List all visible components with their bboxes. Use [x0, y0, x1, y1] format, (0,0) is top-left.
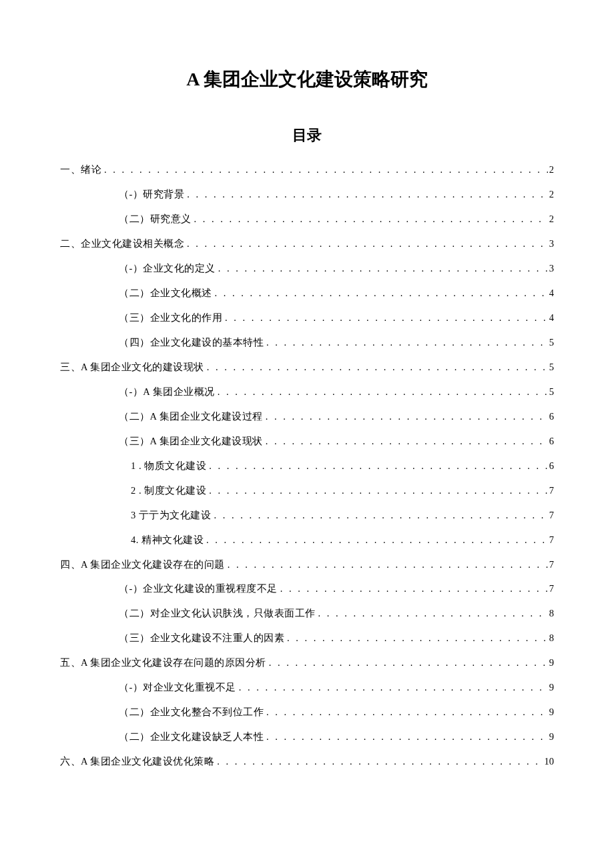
toc-leader-dots — [101, 157, 548, 182]
toc-leader-dots — [278, 576, 548, 601]
toc-entry-page: 9 — [548, 725, 554, 749]
toc-entry-page: 7 — [548, 576, 554, 601]
toc-entry-page: 4 — [548, 281, 554, 306]
toc-entry-page: 10 — [543, 749, 555, 774]
toc-entry-label: （二）企业文化整合不到位工作 — [119, 700, 264, 725]
toc-entry-label: （-）企业文化的定义 — [119, 256, 216, 281]
toc-entry-page: 3 — [548, 256, 554, 281]
toc-leader-dots — [204, 355, 548, 380]
toc-entry-page: 7 — [548, 528, 554, 552]
toc-entry: （-）对企业文化重视不足9 — [60, 675, 554, 700]
toc-leader-dots — [204, 528, 548, 552]
toc-entry-page: 7 — [548, 552, 554, 577]
toc-entry: 六、A 集团企业文化建设优化策略10 — [60, 749, 554, 774]
toc-entry: 3 亍亍为文化建设7 — [60, 503, 554, 528]
toc-entry-label: （-）研究背景 — [119, 182, 184, 207]
toc-leader-dots — [264, 725, 548, 749]
toc-entry-label: （四）企业文化建设的基本特性 — [119, 330, 264, 355]
toc-entry-label: （三）企业文化的作用 — [119, 306, 222, 330]
toc-leader-dots — [206, 454, 548, 478]
toc-entry-label: （二）A 集团企业文化建设过程 — [119, 404, 263, 429]
toc-entry: （三）企业文化的作用4 — [60, 306, 554, 330]
toc-entry-label: 4. 精神文化建设 — [131, 528, 204, 552]
toc-entry: （二）A 集团企业文化建设过程6 — [60, 404, 554, 429]
document-title: A 集团企业文化建设策略研究 — [60, 67, 554, 92]
table-of-contents: 一、绪论2（-）研究背景2（二）研究意义2二、企业文化建设相关概念3（-）企业文… — [60, 157, 554, 774]
toc-entry-label: （-）对企业文化重视不足 — [119, 675, 236, 700]
toc-entry-label: 二、企业文化建设相关概念 — [60, 232, 184, 256]
toc-leader-dots — [214, 749, 543, 774]
toc-entry: （-）研究背景2 — [60, 182, 554, 207]
toc-entry-label: （三）A 集团企业文化建设现状 — [119, 429, 263, 454]
toc-entry: （二）企业文化建设缺乏人本性9 — [60, 725, 554, 749]
toc-entry: （三）A 集团企业文化建设现状6 — [60, 429, 554, 454]
toc-entry: （-）企业文化建设的重视程度不足7 — [60, 576, 554, 601]
toc-leader-dots — [215, 380, 548, 404]
toc-leader-dots — [316, 601, 548, 626]
toc-entry-page: 9 — [548, 700, 554, 725]
toc-entry-label: （二）对企业文化认识肤浅，只做表面工作 — [119, 601, 316, 626]
toc-entry-page: 2 — [548, 182, 554, 207]
toc-entry-label: 五、A 集团企业文化建设存在问题的原因分析 — [60, 650, 266, 675]
toc-entry-label: 2 . 制度文化建设 — [131, 478, 206, 503]
toc-entry-label: 四、A 集团企业文化建设存在的问题 — [60, 552, 225, 577]
toc-leader-dots — [236, 675, 548, 700]
toc-leader-dots — [222, 306, 548, 330]
toc-entry: 4. 精神文化建设7 — [60, 528, 554, 552]
toc-leader-dots — [184, 232, 548, 256]
toc-entry-label: 一、绪论 — [60, 157, 101, 182]
toc-entry-page: 4 — [548, 306, 554, 330]
toc-heading: 目录 — [60, 125, 554, 145]
toc-leader-dots — [264, 700, 548, 725]
toc-entry: （二）企业文化整合不到位工作9 — [60, 700, 554, 725]
toc-entry-page: 2 — [548, 157, 554, 182]
toc-entry: （四）企业文化建设的基本特性5 — [60, 330, 554, 355]
toc-entry-label: （二）研究意义 — [119, 207, 192, 232]
toc-entry: 四、A 集团企业文化建设存在的问题7 — [60, 552, 554, 577]
toc-entry-page: 8 — [548, 601, 554, 626]
toc-entry: （三）企业文化建设不注重人的因素8 — [60, 626, 554, 650]
toc-entry-label: 三、A 集团企业文化的建设现状 — [60, 355, 204, 380]
toc-entry: 五、A 集团企业文化建设存在问题的原因分析9 — [60, 650, 554, 675]
toc-entry-page: 7 — [548, 503, 554, 528]
toc-leader-dots — [216, 256, 548, 281]
toc-leader-dots — [263, 404, 548, 429]
toc-entry-page: 6 — [548, 429, 554, 454]
toc-entry: （二）研究意义2 — [60, 207, 554, 232]
toc-leader-dots — [192, 207, 548, 232]
toc-entry-page: 9 — [548, 675, 554, 700]
toc-entry: 二、企业文化建设相关概念3 — [60, 232, 554, 256]
toc-entry: （-）企业文化的定义3 — [60, 256, 554, 281]
toc-entry-label: （二）企业文化概述 — [119, 281, 212, 306]
toc-entry: （二）企业文化概述4 — [60, 281, 554, 306]
toc-entry: （-）A 集团企业概况5 — [60, 380, 554, 404]
toc-entry-page: 5 — [548, 380, 554, 404]
toc-entry: 一、绪论2 — [60, 157, 554, 182]
toc-entry-page: 3 — [548, 232, 554, 256]
toc-entry: （二）对企业文化认识肤浅，只做表面工作8 — [60, 601, 554, 626]
toc-entry: 1 . 物质文化建设6 — [60, 454, 554, 478]
toc-entry-label: 3 亍亍为文化建设 — [131, 503, 211, 528]
toc-entry-page: 6 — [548, 404, 554, 429]
toc-entry-page: 5 — [548, 355, 554, 380]
toc-entry: 三、A 集团企业文化的建设现状5 — [60, 355, 554, 380]
toc-entry-label: （三）企业文化建设不注重人的因素 — [119, 626, 284, 650]
toc-entry-label: 六、A 集团企业文化建设优化策略 — [60, 749, 214, 774]
toc-entry-page: 2 — [548, 207, 554, 232]
toc-entry-page: 9 — [548, 650, 554, 675]
toc-leader-dots — [184, 182, 547, 207]
toc-entry-page: 5 — [548, 330, 554, 355]
toc-leader-dots — [212, 281, 548, 306]
toc-leader-dots — [284, 626, 548, 650]
toc-entry-page: 8 — [548, 626, 554, 650]
toc-leader-dots — [206, 478, 548, 503]
toc-entry: 2 . 制度文化建设7 — [60, 478, 554, 503]
toc-entry-label: 1 . 物质文化建设 — [131, 454, 206, 478]
toc-leader-dots — [264, 330, 548, 355]
toc-leader-dots — [266, 650, 548, 675]
toc-leader-dots — [211, 503, 547, 528]
toc-entry-label: （二）企业文化建设缺乏人本性 — [119, 725, 264, 749]
toc-leader-dots — [263, 429, 548, 454]
toc-entry-page: 6 — [548, 454, 554, 478]
toc-entry-page: 7 — [548, 478, 554, 503]
